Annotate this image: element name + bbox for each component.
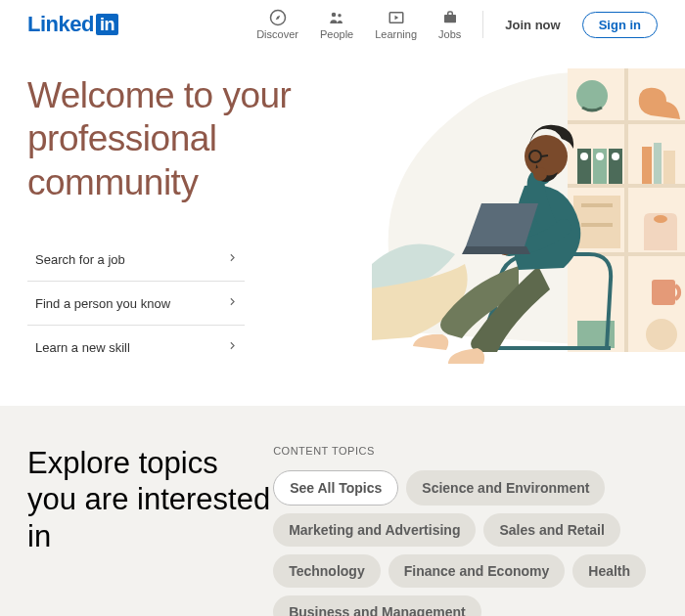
chevron-right-icon [226, 251, 239, 267]
svg-point-2 [338, 14, 341, 17]
svg-rect-4 [444, 15, 456, 22]
top-nav: Discover People Learning Jobs Join now S… [256, 9, 658, 40]
logo-badge: in [96, 14, 118, 35]
nav-label: Jobs [438, 28, 461, 40]
svg-rect-17 [654, 143, 662, 184]
hero-illustration [372, 59, 685, 381]
people-icon [328, 9, 345, 28]
topic-pills: See All Topics Science and Environment M… [273, 470, 658, 616]
hero-links: Search for a job Find a person you know … [27, 238, 383, 369]
svg-line-29 [541, 155, 548, 156]
svg-rect-20 [581, 203, 613, 207]
svg-rect-18 [663, 151, 675, 184]
svg-point-22 [654, 215, 667, 223]
join-now-link[interactable]: Join now [505, 18, 560, 32]
pill-science[interactable]: Science and Environment [406, 470, 605, 506]
pill-business[interactable]: Business and Management [273, 595, 481, 616]
svg-point-13 [580, 153, 588, 160]
hero-link-label: Learn a new skill [35, 340, 130, 355]
hero-link-find-person[interactable]: Find a person you know [27, 282, 245, 326]
topics-label: CONTENT TOPICS [273, 445, 658, 457]
pill-finance[interactable]: Finance and Economy [388, 554, 566, 588]
pill-marketing[interactable]: Marketing and Advertising [273, 513, 476, 547]
compass-icon [269, 9, 287, 28]
sign-in-button[interactable]: Sign in [582, 12, 658, 38]
hero-section: Welcome to your professional community S… [0, 49, 685, 406]
nav-learning[interactable]: Learning [375, 9, 417, 40]
hero-link-search-job[interactable]: Search for a job [27, 238, 245, 282]
pill-health[interactable]: Health [572, 554, 646, 588]
svg-point-1 [332, 13, 337, 18]
logo-text: Linked [27, 12, 94, 37]
chevron-right-icon [226, 295, 239, 311]
svg-point-15 [612, 153, 619, 160]
hero-link-learn-skill[interactable]: Learn a new skill [27, 326, 245, 369]
topics-heading: Explore topics you are interested in [27, 445, 273, 554]
briefcase-icon [441, 9, 459, 28]
nav-label: Discover [256, 28, 298, 40]
nav-discover[interactable]: Discover [256, 9, 298, 40]
nav-people[interactable]: People [320, 9, 353, 40]
hero-title: Welcome to your professional community [27, 74, 383, 204]
pill-sales[interactable]: Sales and Retail [483, 513, 619, 547]
svg-point-14 [596, 153, 604, 160]
topics-section: Explore topics you are interested in CON… [0, 406, 685, 616]
nav-label: Learning [375, 28, 417, 40]
svg-point-24 [646, 319, 677, 350]
shoe [448, 348, 484, 364]
pill-technology[interactable]: Technology [273, 554, 381, 588]
nav-divider [482, 11, 483, 38]
pill-see-all[interactable]: See All Topics [273, 470, 398, 506]
mug-icon [652, 280, 675, 305]
shoe [413, 334, 448, 350]
nav-label: People [320, 28, 353, 40]
svg-point-30 [533, 167, 547, 181]
learning-icon [388, 9, 405, 28]
globe-icon [576, 80, 608, 111]
svg-rect-21 [581, 223, 613, 227]
hero-link-label: Find a person you know [35, 296, 170, 311]
hero-link-label: Search for a job [35, 252, 125, 267]
svg-rect-16 [642, 147, 652, 184]
top-header: Linked in Discover People Learning Jobs [0, 0, 685, 49]
linkedin-logo[interactable]: Linked in [27, 12, 118, 37]
nav-jobs[interactable]: Jobs [438, 9, 461, 40]
chevron-right-icon [226, 339, 239, 355]
